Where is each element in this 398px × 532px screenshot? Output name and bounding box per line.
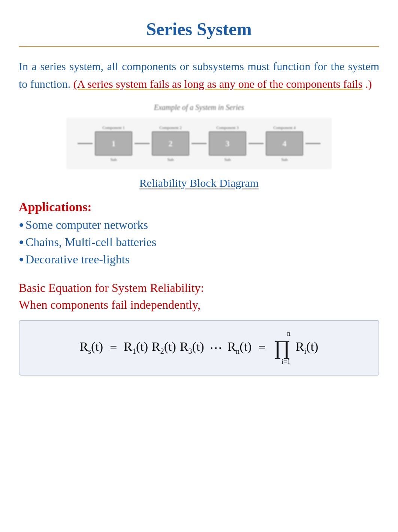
list-item-3: • Decorative tree-lights — [19, 252, 379, 268]
applications-title: Applications: — [19, 200, 379, 214]
rbd-label: Reliability Block Diagram — [139, 177, 259, 189]
intro-paragraph: In a series system, all components or su… — [19, 58, 379, 93]
wire-left — [78, 143, 93, 144]
eq-product: n ∏ i=1 — [274, 330, 290, 366]
component-3-bottom-label: Sub — [209, 157, 246, 162]
component-1: Component 1 1 Sub — [95, 125, 132, 162]
section-divider — [19, 46, 379, 47]
applications-section: Applications: • Some computer networks •… — [19, 200, 379, 268]
eq-rn: Rn(t) — [227, 340, 252, 356]
eq-ri-sub: i — [304, 347, 307, 355]
eq-rs-sub: s — [88, 347, 91, 355]
list-item-1-text: Some computer networks — [25, 218, 148, 232]
list-item-3-text: Decorative tree-lights — [25, 252, 130, 266]
eq-equals-1: = — [110, 341, 117, 355]
bullet-1-dot: • — [19, 218, 24, 233]
component-2-box: 2 — [152, 131, 189, 156]
equation-box: Rs(t) = R1(t) R2(t) R3(t) ⋯ Rn(t) = n ∏ … — [19, 320, 379, 376]
eq-r3: R3(t) — [180, 340, 204, 356]
component-4-box: 4 — [266, 131, 303, 156]
bullet-2-dot: • — [19, 235, 24, 250]
equation-title: Basic Equation for System Reliability: W… — [19, 280, 379, 313]
intro-text-end: .) — [365, 78, 372, 90]
component-1-number: 1 — [112, 139, 116, 149]
eq-rs: Rs(t) — [80, 340, 103, 356]
eq-cdots: ⋯ — [209, 340, 222, 355]
list-item-1: • Some computer networks — [19, 218, 379, 233]
component-1-top-label: Component 1 — [95, 125, 132, 130]
eq-equals-2: = — [258, 341, 265, 355]
equation-title-line2: When components fail independently, — [19, 298, 200, 311]
equation-content: Rs(t) = R1(t) R2(t) R3(t) ⋯ Rn(t) = n ∏ … — [80, 330, 319, 366]
eq-r2: R2(t) — [152, 340, 176, 356]
eq-r3-sub: 3 — [189, 347, 192, 355]
list-item-2: • Chains, Multi-cell batteries — [19, 235, 379, 250]
component-3-top-label: Component 3 — [209, 125, 246, 130]
diagram-section: Example of a System in Series Component … — [19, 103, 379, 189]
component-3: Component 3 3 Sub — [209, 125, 246, 162]
eq-r1-sub: 1 — [132, 347, 136, 355]
component-3-number: 3 — [226, 139, 230, 149]
eq-r2-sub: 2 — [160, 347, 164, 355]
component-3-box: 3 — [209, 131, 246, 156]
wire-3-4 — [248, 143, 263, 144]
block-diagram: Component 1 1 Sub Component 2 2 Sub Comp… — [66, 118, 332, 169]
equation-title-line1: Basic Equation for System Reliability: — [19, 281, 204, 295]
component-1-box: 1 — [95, 131, 132, 156]
list-item-2-text: Chains, Multi-cell batteries — [25, 235, 156, 249]
wire-1-2 — [135, 143, 150, 144]
applications-list: • Some computer networks • Chains, Multi… — [19, 218, 379, 268]
component-2: Component 2 2 Sub — [152, 125, 189, 162]
bullet-3-dot: • — [19, 252, 24, 268]
component-2-number: 2 — [169, 139, 173, 149]
eq-r1: R1(t) — [124, 340, 148, 356]
intro-text-red: (A series system fails as long as any on… — [73, 78, 363, 90]
wire-2-3 — [192, 143, 206, 144]
component-2-bottom-label: Sub — [152, 157, 189, 162]
diagram-title: Example of a System in Series — [154, 103, 244, 112]
eq-product-sub: i=1 — [281, 358, 290, 366]
page-title: Series System — [19, 11, 379, 39]
component-4-number: 4 — [283, 139, 287, 149]
component-2-top-label: Component 2 — [152, 125, 189, 130]
eq-product-pi: ∏ — [274, 338, 290, 358]
component-4: Component 4 4 Sub — [266, 125, 303, 162]
component-4-bottom-label: Sub — [266, 157, 303, 162]
eq-rn-sub: n — [236, 347, 239, 355]
wire-right — [305, 143, 320, 144]
component-1-bottom-label: Sub — [95, 157, 132, 162]
component-4-top-label: Component 4 — [266, 125, 303, 130]
eq-ri: Ri(t) — [296, 340, 318, 356]
